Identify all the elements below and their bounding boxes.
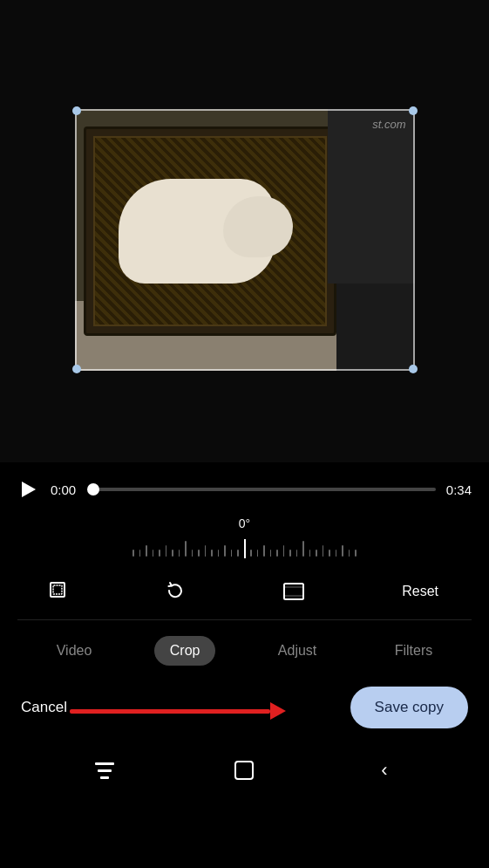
save-copy-button[interactable]: Save copy [350,687,468,728]
tick [316,550,317,557]
tick [231,550,233,557]
tick [355,550,357,557]
crop-handle-tr[interactable] [409,106,418,115]
cancel-button[interactable]: Cancel [21,699,67,716]
tab-adjust-label: Adjust [278,643,316,658]
tab-adjust[interactable]: Adjust [262,636,332,666]
play-icon [22,482,36,497]
tick [153,550,154,557]
tick [159,550,160,557]
tab-row: Video Crop Adjust Filters [0,620,489,678]
tick [172,550,173,557]
action-row: Cancel Save copy [0,678,489,744]
back-icon: ‹ [381,759,387,782]
navigation-bar: ‹ [0,744,489,800]
tab-crop-label: Crop [170,643,200,658]
tick [302,541,304,557]
tick [342,545,343,557]
tab-video[interactable]: Video [41,636,108,666]
arrow-line [70,709,270,714]
tick [270,550,272,557]
tick [289,550,291,557]
nav-line [100,776,109,779]
tick [276,550,278,557]
playback-row: 0:00 0:34 [17,462,472,511]
reset-button[interactable]: Reset [395,580,445,603]
crop-handle-br[interactable] [409,365,418,373]
arrow-head [270,702,286,720]
tick [139,550,141,557]
home-button[interactable] [228,755,260,786]
tick [237,550,239,557]
watermark: st.com [372,118,405,131]
tab-filters-label: Filters [395,643,433,658]
progress-bar[interactable] [92,488,436,491]
tick [250,550,252,557]
tick [257,550,259,557]
crop-frame-icon [47,579,71,604]
tick [185,541,187,557]
tab-filters[interactable]: Filters [379,636,449,666]
tick [309,550,311,557]
crop-handle-tl[interactable] [72,106,81,115]
progress-thumb[interactable] [87,483,99,496]
tab-crop[interactable]: Crop [154,636,216,666]
play-button[interactable] [17,478,40,501]
tick [283,545,285,557]
aspect-ratio-icon [282,579,306,604]
svg-rect-1 [53,585,62,594]
tick [329,550,330,557]
annotation-arrow [70,702,286,720]
tick [179,550,180,557]
recent-apps-icon [95,762,114,779]
video-preview-area: st.com [0,0,489,462]
tick [336,550,337,557]
angle-row: 0° [17,511,472,564]
tick [205,545,207,557]
aspect-ratio-button[interactable] [278,576,309,607]
svg-rect-2 [284,584,303,599]
recent-apps-button[interactable] [89,755,120,786]
tick [146,545,147,557]
tick [224,545,226,557]
rotate-button[interactable] [160,576,192,607]
angle-ruler[interactable] [17,537,472,564]
angle-label: 0° [239,516,250,530]
nav-line [95,762,114,765]
crop-overlay [75,109,415,371]
tick [296,550,298,557]
tick [132,550,134,557]
nav-line [98,769,112,772]
total-time: 0:34 [446,482,472,497]
tick [198,550,200,557]
current-time: 0:00 [51,482,81,497]
tick [349,550,350,557]
crop-frame-button[interactable] [44,576,75,607]
tick [263,545,265,557]
tick [218,550,220,557]
tick [166,545,167,557]
tick [323,545,324,557]
tick [192,550,194,557]
crop-container[interactable]: st.com [75,109,415,371]
back-button[interactable]: ‹ [369,755,400,786]
rotate-icon [164,579,188,604]
ruler-center-line [244,539,246,558]
controls-area: 0:00 0:34 0° [0,462,489,620]
crop-handle-bl[interactable] [72,365,81,373]
tick [211,550,213,557]
home-icon [234,761,254,780]
tab-video-label: Video [57,643,92,658]
tool-row: Reset [17,564,472,620]
